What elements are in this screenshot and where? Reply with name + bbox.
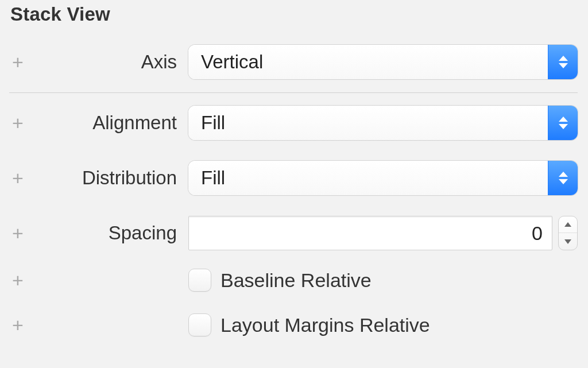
add-property-icon[interactable]: +	[10, 113, 25, 133]
stepper-down-icon[interactable]	[559, 233, 577, 250]
chevron-up-down-icon	[548, 161, 578, 195]
distribution-select[interactable]: Fill	[188, 161, 578, 195]
baseline-relative-label: Baseline Relative	[220, 269, 372, 292]
add-property-icon[interactable]: +	[10, 223, 25, 243]
distribution-row: + Distribution Fill	[10, 157, 578, 199]
add-property-icon[interactable]: +	[10, 315, 25, 335]
chevron-up-down-icon	[548, 106, 578, 140]
layout-margins-relative-checkbox[interactable]: Layout Margins Relative	[188, 313, 430, 336]
spacing-stepper[interactable]	[558, 216, 578, 250]
alignment-row: + Alignment Fill	[10, 102, 578, 144]
add-property-icon[interactable]: +	[10, 270, 25, 290]
add-property-icon[interactable]: +	[10, 52, 25, 72]
axis-select[interactable]: Vertical	[188, 45, 578, 79]
baseline-relative-row: + Baseline Relative	[10, 263, 578, 297]
chevron-up-down-icon	[548, 45, 578, 79]
alignment-label: Alignment	[28, 112, 188, 134]
checkbox-icon	[188, 269, 211, 292]
axis-select-value: Vertical	[188, 45, 548, 79]
spacing-row: + Spacing 0	[10, 212, 578, 254]
add-property-icon[interactable]: +	[10, 168, 25, 188]
checkbox-icon	[188, 313, 211, 336]
distribution-label: Distribution	[28, 167, 188, 189]
spacing-label: Spacing	[28, 222, 188, 244]
distribution-select-value: Fill	[188, 161, 548, 195]
stepper-up-icon[interactable]	[559, 216, 577, 233]
section-title: Stack View	[10, 3, 578, 25]
alignment-select[interactable]: Fill	[188, 106, 578, 140]
baseline-relative-checkbox[interactable]: Baseline Relative	[188, 269, 372, 292]
layout-margins-relative-row: + Layout Margins Relative	[10, 308, 578, 342]
layout-margins-relative-label: Layout Margins Relative	[220, 314, 430, 336]
axis-label: Axis	[28, 51, 188, 73]
alignment-select-value: Fill	[188, 106, 548, 140]
axis-row: + Axis Vertical	[10, 41, 578, 83]
spacing-input[interactable]: 0	[188, 216, 552, 250]
